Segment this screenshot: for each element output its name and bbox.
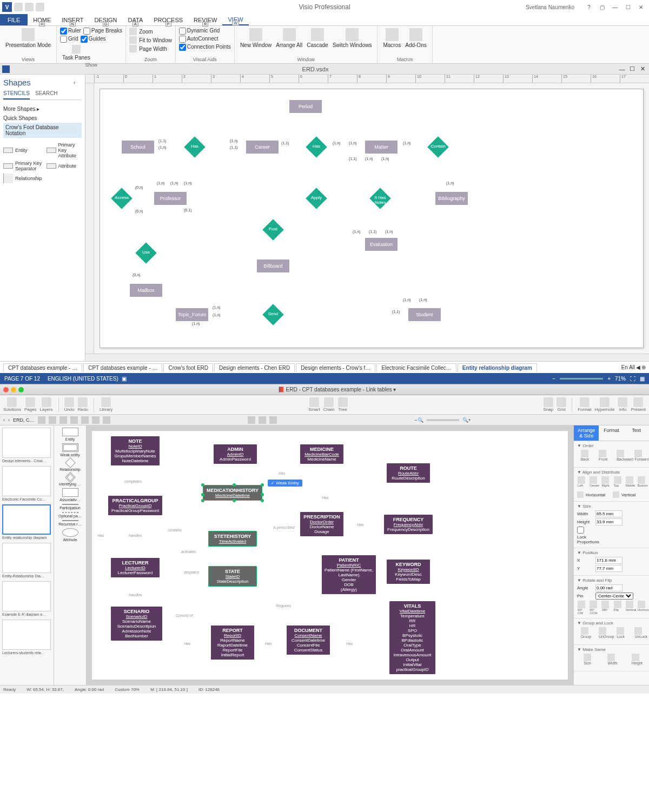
zoom-button[interactable]: Zoom (129, 27, 172, 36)
ptab-6[interactable]: Entity relationship diagram (458, 363, 537, 372)
zoom-plus-icon[interactable]: 🔍+ (462, 417, 471, 423)
fullscreen-icon[interactable]: ▦ (640, 376, 645, 382)
qat-save-icon[interactable] (14, 3, 23, 11)
connector-tool-icon[interactable] (103, 416, 110, 424)
cascade-button[interactable]: Cascade (304, 27, 330, 49)
hypernote-button[interactable]: Hypernote (595, 397, 615, 412)
ptab-1[interactable]: CPT databases example - … (83, 363, 162, 372)
entity-bibliography[interactable]: Bibliography (435, 192, 468, 205)
align-left-button[interactable] (578, 476, 585, 484)
align-right-button[interactable] (601, 476, 609, 484)
rel-post[interactable]: Post (262, 219, 284, 241)
status-lang[interactable]: ENGLISH (UNITED STATES) (48, 376, 118, 382)
lib-participation[interactable]: Participation (57, 504, 84, 510)
present-button[interactable]: Present (631, 397, 646, 412)
stencil-attribute[interactable]: Attribute (47, 161, 82, 171)
solutions-button[interactable]: Solutions (3, 397, 21, 412)
active-stencil[interactable]: Crow's Foot Database Notation (3, 123, 82, 138)
ent-route[interactable]: ROUTERouteAbbrRouteDescription (387, 463, 430, 483)
rel-use[interactable]: Use (135, 242, 157, 264)
mac-min-icon[interactable] (11, 387, 16, 392)
back-button[interactable] (581, 450, 588, 457)
same-width-button[interactable] (607, 654, 615, 661)
minimize-icon[interactable]: — (609, 3, 621, 11)
align-center-button[interactable] (590, 476, 597, 484)
lib-entity[interactable]: Entity (57, 428, 84, 441)
text-tool-icon[interactable] (49, 416, 56, 424)
front-button[interactable] (599, 450, 606, 457)
entity-topic-forum[interactable]: Topic_Forum (176, 308, 208, 321)
status-custom[interactable]: Custom 70% (115, 687, 140, 692)
zoom-slider[interactable] (560, 378, 603, 380)
breadcrumb[interactable]: ERD, C… (13, 417, 35, 423)
pagebreaks-check[interactable]: Page Breaks (83, 28, 122, 35)
zoom-value[interactable]: 71% (615, 376, 626, 382)
connection-points-check[interactable]: Connection Points (179, 44, 231, 51)
ent-patient[interactable]: PATIENTPatientNRICPatientName (FirstName… (322, 555, 376, 594)
rel-send[interactable]: Send (262, 304, 284, 325)
lib-weak-entity[interactable]: Weak entity (57, 443, 84, 457)
entity-professor[interactable]: Professor (154, 192, 187, 205)
ent-lecturer[interactable]: LECTURERLecturerIDLecturerPassword (111, 558, 160, 577)
ent-medicine[interactable]: MEDICINEMedicineBarCodeMedicineName (300, 444, 343, 464)
fit-page-icon[interactable]: ⛶ (630, 376, 635, 382)
macros-button[interactable]: Macros (381, 27, 403, 49)
zoom-minus-icon[interactable]: −🔍 (414, 417, 423, 423)
cd-canvas[interactable]: NOTENoteIDMultidisciplinaryNoteGropuMemb… (87, 425, 573, 685)
ent-report[interactable]: REPORTReportIDReportNameRaportDatetimeRe… (211, 625, 254, 660)
fit-window-button[interactable]: Fit to Window (129, 36, 172, 44)
quick-shapes[interactable]: Quick Shapes (3, 114, 82, 123)
tab-view[interactable]: VIEWW (222, 14, 248, 25)
search-tab[interactable]: SEARCH (35, 90, 58, 99)
stencils-tab[interactable]: STENCILS (3, 90, 30, 99)
thumb-0[interactable] (2, 428, 51, 458)
undo-button[interactable]: Undo (64, 397, 75, 412)
grid-check[interactable]: Grid (60, 36, 78, 43)
thumb-1[interactable] (2, 466, 51, 496)
eyedropper-tool-icon[interactable] (269, 416, 277, 424)
tab-lang[interactable]: En (621, 364, 628, 370)
ptab-4[interactable]: Design elements - Crow's f… (296, 363, 375, 372)
thumb-4[interactable] (2, 581, 51, 611)
user-name[interactable]: Svetlana Naumenko (526, 4, 574, 10)
text-tab[interactable]: Text (624, 425, 649, 441)
entity-mailbox[interactable]: Mailbox (130, 284, 162, 297)
tab-data[interactable]: DATAA (123, 14, 149, 25)
flip-button[interactable] (614, 601, 621, 608)
smart-button[interactable]: Smart (308, 397, 320, 412)
more-shapes[interactable]: More Shapes ▸ (3, 104, 82, 114)
hand-tool-icon[interactable] (259, 416, 266, 424)
pin-select[interactable]: Center-Center (595, 593, 633, 600)
chain-button[interactable]: Chain (323, 397, 335, 412)
doc-minimize-icon[interactable]: — (618, 65, 626, 73)
lib-associative[interactable]: Associativ… (57, 488, 84, 502)
tab-home[interactable]: HOMEH (28, 14, 56, 25)
backward-button[interactable] (617, 450, 624, 457)
mac-max-icon[interactable] (18, 387, 24, 392)
line-tool-icon[interactable] (59, 416, 67, 424)
help-icon[interactable]: ? (583, 3, 595, 11)
stencil-pk-separator[interactable]: Primary Key Separator (3, 161, 42, 171)
unlock-button[interactable] (634, 627, 642, 635)
x-input[interactable] (595, 557, 622, 564)
entity-career[interactable]: Career (246, 141, 279, 154)
same-size-button[interactable] (584, 654, 591, 661)
tree-button[interactable]: Tree (338, 397, 348, 412)
stencil-entity[interactable]: Entity (3, 142, 42, 158)
prev-page-icon[interactable]: ◀ (636, 364, 640, 370)
lib-identifying[interactable]: Identifying … (57, 474, 84, 486)
snap-button[interactable]: Snap (543, 397, 553, 412)
arrange-all-button[interactable]: Arrange All (274, 27, 304, 49)
tab-all[interactable]: All (629, 364, 635, 370)
pages-button[interactable]: Pages (24, 397, 37, 412)
autoconnect-check[interactable]: AutoConnect (179, 36, 218, 43)
new-window-button[interactable]: New Window (238, 27, 274, 49)
switch-windows-button[interactable]: Switch Windows (330, 27, 374, 49)
ptab-5[interactable]: Electronic Facsimile Collec… (376, 363, 456, 372)
entity-period[interactable]: Period (289, 100, 322, 113)
rel-has2[interactable]: Has (306, 136, 327, 158)
macro-record-icon[interactable]: ▣ (122, 376, 127, 382)
thumb-2[interactable] (2, 504, 51, 535)
tab-insert[interactable]: INSERTN (56, 14, 89, 25)
rel-ithas[interactable]: It Has Notes (369, 188, 391, 209)
